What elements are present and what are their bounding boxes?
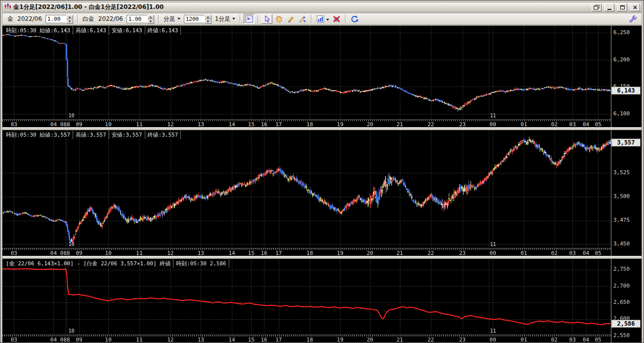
- x-axis-label: 04: [50, 337, 57, 343]
- chevron-down-icon: [177, 18, 180, 21]
- x-axis-label: 03: [11, 121, 17, 128]
- gold-multiplier-spin: ▲▼: [45, 15, 73, 23]
- chart-cursor-icon: [245, 15, 253, 23]
- gold-label: 金: [7, 15, 13, 23]
- x-axis-label: 05: [595, 337, 601, 343]
- x-axis-label: 16: [261, 121, 267, 128]
- bar-count-input[interactable]: [184, 15, 205, 23]
- x-axis-label: 21: [396, 337, 403, 343]
- x-axis-label: 05: [595, 250, 601, 256]
- platinum-candlestick-chart[interactable]: [2, 130, 611, 247]
- chevron-down-icon[interactable]: [326, 19, 329, 22]
- info-time-open: 時刻:05:30 始値:3,557: [3, 131, 73, 139]
- annotate-tool-button[interactable]: [297, 14, 308, 24]
- x-axis-label: 20: [367, 121, 373, 128]
- gold-chart-info: 時刻:05:30 始値:6,143 高値:6,143 安値:6,143 終値:6…: [3, 26, 181, 35]
- platinum-multiplier-stepper[interactable]: ▲▼: [147, 15, 154, 23]
- day-marker-label: 11: [490, 328, 496, 334]
- x-axis-label: 18: [306, 250, 313, 256]
- spin-up-icon[interactable]: ▲: [66, 15, 73, 19]
- x-axis-label: 11: [136, 250, 142, 256]
- gold-price-badge: 6,143: [611, 87, 641, 95]
- x-axis-label: 19: [337, 250, 343, 256]
- platinum-label: 白金: [83, 15, 94, 23]
- close-icon: ×: [633, 4, 638, 10]
- spin-up-icon[interactable]: ▲: [205, 15, 212, 19]
- day-marker-label: 10: [68, 242, 74, 247]
- chart-type-button[interactable]: [315, 14, 326, 24]
- y-axis-label: 2,550: [613, 332, 630, 339]
- x-axis-label: 21: [396, 121, 403, 128]
- x-axis-label: 09: [76, 121, 82, 128]
- x-axis-label: 16: [261, 250, 267, 256]
- spin-down-icon[interactable]: ▼: [205, 19, 212, 24]
- gold-month-label: 2022/06: [17, 15, 42, 22]
- info-low: 安値:6,143: [109, 26, 145, 35]
- x-axis-label: 18: [306, 121, 313, 128]
- spin-down-icon[interactable]: ▼: [147, 19, 154, 24]
- minimize-icon: [607, 9, 611, 10]
- charts-area: 時刻:05:30 始値:6,143 高値:6,143 安値:6,143 終値:6…: [2, 25, 642, 343]
- x-axis-label: 15: [248, 121, 255, 128]
- x-axis-label: 09: [76, 250, 82, 256]
- x-axis-label: 14: [228, 121, 235, 128]
- gold-chart-panel: 時刻:05:30 始値:6,143 高値:6,143 安値:6,143 終値:6…: [2, 26, 642, 127]
- info-close: 終値:6,143: [145, 26, 181, 35]
- draw-tool-button[interactable]: [285, 14, 296, 24]
- x-axis-label: 13: [198, 337, 204, 343]
- bar-count-stepper[interactable]: ▲▼: [205, 15, 212, 23]
- interval-dropdown[interactable]: 1分足: [215, 15, 236, 23]
- x-axis-label: 11: [136, 121, 142, 128]
- x-axis-label: 12: [167, 121, 173, 128]
- pencil-icon: [287, 15, 295, 23]
- clear-chart-button[interactable]: [331, 14, 342, 24]
- close-button[interactable]: ×: [630, 3, 640, 11]
- x-axis-label: 088: [60, 121, 70, 128]
- x-axis-label: 05: [595, 121, 601, 128]
- maximize-icon: [620, 5, 625, 9]
- float-window-button[interactable]: [592, 3, 601, 11]
- spread-chart-x-axis: 0304088091011121314151617181920212223000…: [2, 335, 611, 343]
- refresh-button[interactable]: R: [349, 14, 360, 24]
- platinum-chart-y-axis: 3,557 3,5253,5003,4753,450: [611, 130, 642, 255]
- toolbar-separator: [158, 15, 159, 23]
- chart-cursor-tool-button[interactable]: [244, 14, 255, 24]
- x-axis-label: 10: [105, 337, 112, 343]
- platinum-multiplier-input[interactable]: [127, 15, 147, 23]
- day-marker-label: 10: [68, 113, 74, 118]
- day-marker-label: 11: [490, 242, 496, 247]
- gold-multiplier-stepper[interactable]: ▲▼: [66, 15, 73, 23]
- toolbar-separator: [258, 15, 258, 23]
- settings-button[interactable]: [627, 14, 638, 24]
- x-axis-label: 12: [167, 337, 173, 343]
- x-axis-label: 23: [459, 121, 466, 128]
- toolbar-separator: [311, 15, 312, 23]
- x-axis-label: 00: [490, 121, 496, 128]
- x-axis-label: 00: [490, 337, 496, 343]
- x-axis-label: 22: [428, 250, 434, 256]
- spin-down-icon[interactable]: ▼: [66, 19, 73, 24]
- gold-candlestick-chart[interactable]: [2, 26, 611, 119]
- x-axis-label: 01: [520, 121, 527, 128]
- spread-line-chart[interactable]: [2, 259, 611, 335]
- day-marker-label: 10: [68, 328, 74, 334]
- y-axis-label: 6,200: [613, 56, 630, 63]
- select-arrow-icon: [263, 15, 270, 23]
- bar-count-spin: ▲▼: [184, 15, 212, 23]
- toolbar-separator: [345, 15, 346, 23]
- x-axis-label: 17: [275, 121, 282, 128]
- x-axis-label: 15: [248, 337, 255, 343]
- platinum-chart-panel: 時刻:05:30 始値:3,557 高値:3,557 安値:3,557 終値:3…: [2, 130, 642, 255]
- titlebar[interactable]: 金1分足[2022/06]1.00 - 白金1分足[2022/06]1.00 ×: [2, 2, 642, 12]
- info-high: 高値:6,143: [73, 26, 109, 35]
- spin-up-icon[interactable]: ▲: [147, 15, 154, 19]
- x-axis-label: 01: [520, 250, 527, 256]
- gold-multiplier-input[interactable]: [45, 15, 66, 23]
- spread-chart-panel: [金 22/06 6,143×1.00] - [白金 22/06 3,557×1…: [2, 259, 642, 343]
- platinum-price-badge: 3,557: [611, 139, 641, 147]
- maximize-button[interactable]: [617, 3, 627, 11]
- select-tool-button[interactable]: [261, 14, 272, 24]
- bar-type-dropdown[interactable]: 分足: [164, 15, 180, 23]
- pan-tool-button[interactable]: [273, 14, 284, 24]
- minimize-button[interactable]: [604, 3, 614, 11]
